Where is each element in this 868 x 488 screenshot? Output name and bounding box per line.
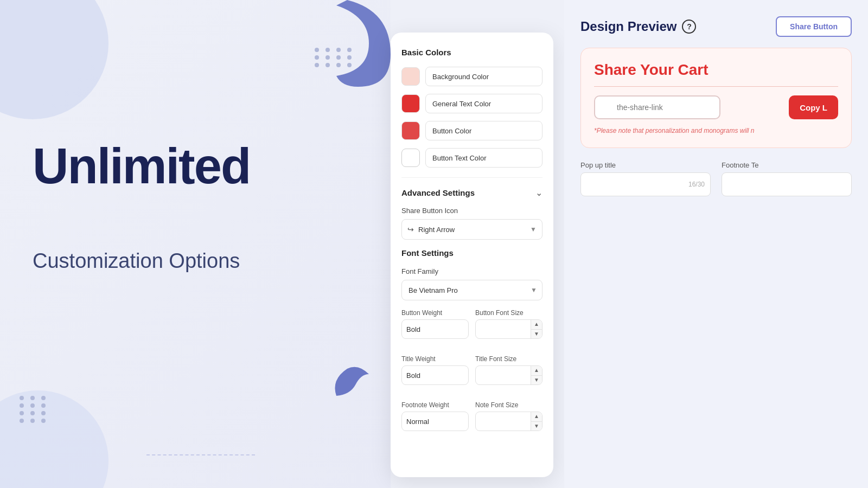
share-icon-chevron-down: ▼ bbox=[530, 226, 537, 233]
button-text-color-swatch[interactable] bbox=[401, 149, 420, 167]
title-weight-group: Title Weight Bold Normal Semibold Light bbox=[401, 355, 469, 394]
button-weight-select[interactable]: Bold Normal Semibold Light bbox=[401, 319, 469, 339]
title-weight-select-wrapper: Bold Normal Semibold Light bbox=[401, 365, 469, 385]
button-font-size-spinner: 17 ▲ ▼ bbox=[475, 319, 542, 339]
font-family-select[interactable]: Be Vietnam Pro Arial Roboto Open Sans bbox=[401, 280, 542, 300]
popup-title-label: Pop up title bbox=[580, 161, 711, 169]
button-font-size-label: Button Font Size bbox=[475, 309, 542, 317]
note-font-size-group: Note Font Size 12 ▲ ▼ bbox=[475, 401, 542, 440]
right-arrow-icon: ↪ bbox=[407, 225, 414, 234]
note-font-size-spinner-btns: ▲ ▼ bbox=[531, 412, 542, 431]
button-font-size-group: Button Font Size 17 ▲ ▼ bbox=[475, 309, 542, 348]
share-button-icon-value: Right Arrow bbox=[418, 226, 530, 234]
general-text-color-row: General Text Color bbox=[401, 94, 542, 113]
advanced-settings-header[interactable]: Advanced Settings ⌄ bbox=[401, 188, 542, 198]
title-font-size-input[interactable]: 24 bbox=[476, 371, 531, 380]
button-text-color-row: Button Text Color bbox=[401, 148, 542, 168]
blue-curve-accent-bottom bbox=[331, 358, 374, 401]
button-weight-size-row: Button Weight Bold Normal Semibold Light… bbox=[401, 309, 542, 348]
button-weight-group: Button Weight Bold Normal Semibold Light bbox=[401, 309, 469, 348]
button-font-size-up[interactable]: ▲ bbox=[531, 320, 542, 330]
settings-divider bbox=[401, 177, 542, 178]
blue-curve-accent-top bbox=[282, 0, 391, 87]
settings-panel: Basic Colors Background Color General Te… bbox=[391, 33, 553, 477]
hero-subtitle: Customization Options bbox=[33, 249, 240, 273]
button-color-swatch[interactable] bbox=[401, 121, 420, 140]
button-font-size-input[interactable]: 17 bbox=[476, 325, 531, 333]
note-font-size-input[interactable]: 12 bbox=[476, 418, 531, 426]
background-color-button[interactable]: Background Color bbox=[425, 67, 542, 86]
title-font-size-spinner-btns: ▲ ▼ bbox=[531, 366, 542, 384]
general-text-color-button[interactable]: General Text Color bbox=[425, 94, 542, 113]
bottom-fields: Pop up title Share Your Cart 16/30 Footn… bbox=[564, 148, 868, 196]
title-font-size-group: Title Font Size 24 ▲ ▼ bbox=[475, 355, 542, 394]
note-font-size-down[interactable]: ▼ bbox=[531, 422, 542, 431]
share-link-wrapper: 🔗 bbox=[594, 95, 783, 119]
advanced-settings-chevron-icon: ⌄ bbox=[535, 188, 542, 198]
footnote-weight-select-wrapper: Normal Bold Semibold Light bbox=[401, 412, 469, 431]
title-font-size-label: Title Font Size bbox=[475, 355, 542, 363]
share-link-input[interactable] bbox=[594, 95, 720, 119]
blob-decoration-bl bbox=[0, 390, 108, 488]
button-font-size-down[interactable]: ▼ bbox=[531, 330, 542, 339]
title-weight-size-row: Title Weight Bold Normal Semibold Light … bbox=[401, 355, 542, 394]
title-font-size-down[interactable]: ▼ bbox=[531, 376, 542, 385]
advanced-settings-title: Advanced Settings bbox=[401, 188, 475, 197]
font-family-wrapper: Be Vietnam Pro Arial Roboto Open Sans ▼ bbox=[401, 280, 542, 300]
share-cart-title: Share Your Cart bbox=[594, 61, 838, 79]
popup-title-input-wrapper: Share Your Cart 16/30 bbox=[580, 172, 711, 196]
preview-title-group: Design Preview ? bbox=[580, 19, 696, 34]
design-preview-title: Design Preview bbox=[580, 19, 676, 34]
button-font-size-spinner-btns: ▲ ▼ bbox=[531, 320, 542, 338]
title-font-size-spinner: 24 ▲ ▼ bbox=[475, 365, 542, 385]
hero-title: Unlimited bbox=[33, 141, 250, 191]
popup-title-input[interactable]: Share Your Cart bbox=[586, 180, 688, 189]
copy-button[interactable]: Copy L bbox=[789, 95, 838, 119]
share-note: *Please note that personalization and mo… bbox=[594, 127, 838, 134]
note-font-size-spinner: 12 ▲ ▼ bbox=[475, 412, 542, 431]
popup-title-field: Pop up title Share Your Cart 16/30 bbox=[580, 161, 711, 196]
footnote-label: Footnote Te bbox=[722, 161, 852, 169]
share-link-row: 🔗 Copy L bbox=[594, 95, 838, 119]
footnote-weight-group: Footnote Weight Normal Bold Semibold Lig… bbox=[401, 401, 469, 440]
note-font-size-up[interactable]: ▲ bbox=[531, 412, 542, 422]
basic-colors-title: Basic Colors bbox=[401, 48, 542, 57]
button-text-color-button[interactable]: Button Text Color bbox=[425, 148, 542, 168]
button-weight-label: Button Weight bbox=[401, 309, 469, 317]
help-icon-label: ? bbox=[687, 22, 692, 31]
footnote-weight-select[interactable]: Normal Bold Semibold Light bbox=[401, 412, 469, 431]
share-button-header[interactable]: Share Button bbox=[776, 16, 852, 37]
share-cart-card: Share Your Cart 🔗 Copy L *Please note th… bbox=[580, 48, 852, 148]
preview-header: Design Preview ? Share Button bbox=[564, 0, 868, 48]
button-weight-select-wrapper: Bold Normal Semibold Light bbox=[401, 319, 469, 339]
dots-decoration-bottom bbox=[20, 396, 49, 423]
help-icon[interactable]: ? bbox=[682, 20, 696, 34]
right-panel: Design Preview ? Share Button Share Your… bbox=[564, 0, 868, 488]
footnote-field: Footnote Te *Please no bbox=[722, 161, 852, 196]
button-color-button[interactable]: Button Color bbox=[425, 121, 542, 140]
dots-decoration-top bbox=[315, 48, 355, 67]
general-text-color-swatch[interactable] bbox=[401, 94, 420, 113]
dotted-line-decoration bbox=[146, 454, 255, 455]
button-color-row: Button Color bbox=[401, 121, 542, 140]
footnote-weight-size-row: Footnote Weight Normal Bold Semibold Lig… bbox=[401, 401, 542, 440]
share-cart-divider bbox=[594, 86, 838, 87]
title-weight-label: Title Weight bbox=[401, 355, 469, 363]
font-settings-title: Font Settings bbox=[401, 248, 542, 258]
popup-title-char-count: 16/30 bbox=[688, 181, 705, 188]
font-family-label: Font Family bbox=[401, 267, 542, 275]
footnote-weight-label: Footnote Weight bbox=[401, 401, 469, 409]
share-button-icon-select[interactable]: ↪ Right Arrow ▼ bbox=[401, 219, 542, 240]
left-panel: Unlimited Customization Options bbox=[0, 0, 391, 488]
blob-decoration-tl bbox=[0, 0, 108, 119]
footnote-input-wrapper: *Please no bbox=[722, 172, 852, 196]
footnote-input[interactable]: *Please no bbox=[727, 180, 846, 189]
title-font-size-up[interactable]: ▲ bbox=[531, 366, 542, 376]
background-color-swatch[interactable] bbox=[401, 67, 420, 86]
title-weight-select[interactable]: Bold Normal Semibold Light bbox=[401, 365, 469, 385]
background-color-row: Background Color bbox=[401, 67, 542, 86]
note-font-size-label: Note Font Size bbox=[475, 401, 542, 409]
share-button-icon-label: Share Button Icon bbox=[401, 207, 542, 215]
